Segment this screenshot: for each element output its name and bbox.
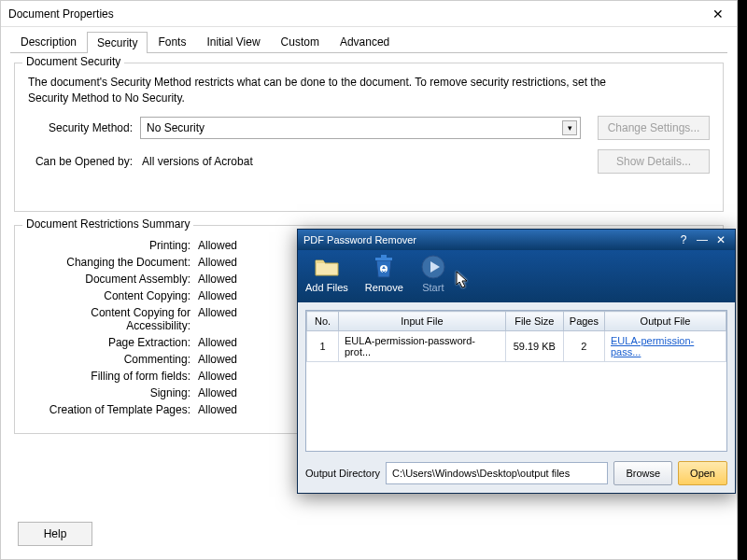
cell-size: 59.19 KB xyxy=(505,331,563,362)
restriction-label: Filling of form fields: xyxy=(28,370,198,383)
dp-tabs: Description Security Fonts Initial View … xyxy=(1,27,737,52)
restriction-label: Signing: xyxy=(28,386,198,399)
close-icon[interactable]: ✕ xyxy=(712,231,729,248)
ppr-content: No. Input File File Size Pages Output Fi… xyxy=(298,302,735,493)
output-dir-input[interactable] xyxy=(386,462,608,484)
security-method-label: Security Method: xyxy=(28,121,140,134)
start-button[interactable]: Start xyxy=(420,254,446,299)
cell-no: 1 xyxy=(307,331,339,362)
security-method-select[interactable]: No Security ▾ xyxy=(140,117,581,139)
open-button[interactable]: Open xyxy=(678,461,727,485)
table-row[interactable]: 1EULA-permission-password-prot...59.19 K… xyxy=(307,331,726,362)
minimize-icon[interactable]: — xyxy=(694,231,711,248)
opened-by-value: All versions of Acrobat xyxy=(140,155,581,168)
file-table: No. Input File File Size Pages Output Fi… xyxy=(305,310,727,452)
restriction-label: Creation of Template Pages: xyxy=(28,403,198,416)
restriction-label: Page Extraction: xyxy=(28,336,198,349)
tab-description[interactable]: Description xyxy=(10,31,87,52)
ppr-toolbar: Add Files Remove Start xyxy=(298,250,735,302)
col-no[interactable]: No. xyxy=(307,312,339,331)
col-output[interactable]: Output File xyxy=(605,312,726,331)
restriction-value: Allowed xyxy=(198,239,237,252)
restriction-value: Allowed xyxy=(198,353,237,366)
ppr-title: PDF Password Remover xyxy=(303,234,673,245)
doc-security-legend: Document Security xyxy=(22,55,124,68)
cell-pages: 2 xyxy=(563,331,604,362)
tab-initial-view[interactable]: Initial View xyxy=(196,31,270,52)
col-size[interactable]: File Size xyxy=(505,312,563,331)
add-files-button[interactable]: Add Files xyxy=(305,254,348,299)
opened-by-label: Can be Opened by: xyxy=(28,155,140,168)
remove-button[interactable]: Remove xyxy=(365,254,403,299)
help-icon[interactable]: ? xyxy=(675,231,692,248)
restriction-value: Allowed xyxy=(198,306,237,332)
restriction-value: Allowed xyxy=(198,289,237,302)
chevron-down-icon: ▾ xyxy=(562,120,577,135)
start-label: Start xyxy=(422,282,444,293)
cell-input: EULA-permission-password-prot... xyxy=(339,331,506,362)
show-details-button[interactable]: Show Details... xyxy=(598,149,710,174)
cell-output[interactable]: EULA-permission-pass... xyxy=(605,331,726,362)
dp-titlebar[interactable]: Document Properties ✕ xyxy=(1,1,737,27)
restriction-value: Allowed xyxy=(198,386,237,399)
svg-rect-1 xyxy=(381,255,387,258)
pdf-password-remover-window: PDF Password Remover ? — ✕ Add Files Rem… xyxy=(297,229,736,494)
security-description: The document's Security Method restricts… xyxy=(28,75,710,106)
restrictions-legend: Document Restrictions Summary xyxy=(22,217,193,231)
restriction-label: Commenting: xyxy=(28,353,198,366)
restriction-label: Document Assembly: xyxy=(28,273,198,286)
svg-rect-0 xyxy=(375,258,392,260)
dp-title: Document Properties xyxy=(8,7,707,21)
restriction-label: Changing the Document: xyxy=(28,256,198,269)
tab-advanced[interactable]: Advanced xyxy=(330,31,400,52)
play-icon xyxy=(420,254,446,280)
col-input[interactable]: Input File xyxy=(339,312,506,331)
browse-button[interactable]: Browse xyxy=(613,461,672,485)
tab-security[interactable]: Security xyxy=(87,32,148,53)
restriction-value: Allowed xyxy=(198,370,237,383)
change-settings-button[interactable]: Change Settings... xyxy=(598,116,710,140)
folder-icon xyxy=(314,254,340,280)
restriction-label: Content Copying: xyxy=(28,289,198,302)
restriction-label: Printing: xyxy=(28,239,198,252)
tab-custom[interactable]: Custom xyxy=(271,31,330,52)
close-icon[interactable]: ✕ xyxy=(707,3,729,25)
remove-label: Remove xyxy=(365,282,403,293)
output-dir-label: Output Directory xyxy=(305,468,380,479)
restriction-value: Allowed xyxy=(198,403,237,416)
add-files-label: Add Files xyxy=(305,282,348,293)
help-button[interactable]: Help xyxy=(18,522,92,546)
ppr-titlebar[interactable]: PDF Password Remover ? — ✕ xyxy=(298,230,735,250)
col-pages[interactable]: Pages xyxy=(563,312,604,331)
tab-fonts[interactable]: Fonts xyxy=(148,31,196,52)
restriction-value: Allowed xyxy=(198,336,237,349)
restriction-value: Allowed xyxy=(198,273,237,286)
trash-icon xyxy=(371,254,397,280)
restriction-label: Content Copying for Accessibility: xyxy=(28,306,198,332)
restriction-value: Allowed xyxy=(198,256,237,269)
security-method-value: No Security xyxy=(147,121,204,134)
